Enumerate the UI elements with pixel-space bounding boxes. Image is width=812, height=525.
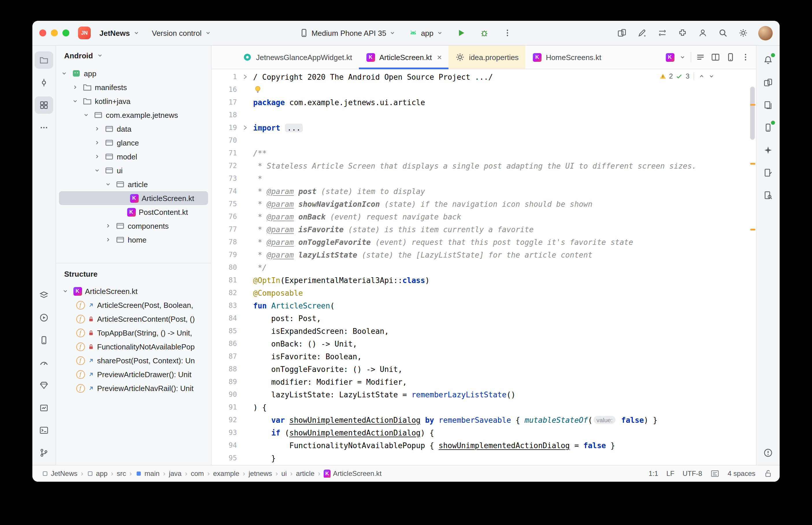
gemini-button[interactable] [759, 141, 777, 159]
commit-tool-button[interactable] [35, 74, 53, 91]
tree-chevron-icon[interactable] [61, 288, 70, 295]
tab-homescreens-kt[interactable]: KHomeScreens.kt [526, 46, 608, 69]
structure-item-articlescreencontent-post[interactable]: fArticleScreenContent(Post, () [56, 312, 211, 326]
tree-chevron-icon[interactable] [103, 222, 113, 229]
more-run-actions-button[interactable] [499, 25, 516, 41]
tree-item-kotlin-java[interactable]: kotlin+java [56, 94, 211, 108]
device-streaming-button[interactable] [759, 74, 777, 91]
breadcrumb-articlescreen-kt[interactable]: KArticleScreen.kt [324, 469, 381, 478]
close-button[interactable] [39, 29, 46, 36]
tree-item-data[interactable]: data [56, 122, 211, 136]
structure-item-topappbar-string-unit[interactable]: fTopAppBar(String, () -> Unit, [56, 326, 211, 340]
breadcrumb-ui[interactable]: ui [281, 469, 287, 478]
plugins-button[interactable] [674, 25, 691, 41]
device-mirroring-button[interactable] [613, 25, 631, 41]
run-button[interactable] [453, 25, 470, 41]
structure-item-previewarticledrawer-unit[interactable]: fPreviewArticleDrawer(): Unit [56, 367, 211, 381]
tree-item-glance[interactable]: glance [56, 136, 211, 150]
encoding-widget[interactable]: UTF-8 [682, 469, 702, 478]
breadcrumb-main[interactable]: main [135, 469, 160, 478]
code-with-me-button[interactable] [694, 25, 711, 41]
tree-chevron-icon[interactable] [60, 70, 69, 77]
device-manager-button[interactable] [35, 331, 53, 349]
fold-arrow-icon[interactable] [241, 73, 249, 80]
app-quality-insights-button[interactable] [35, 377, 53, 394]
tree-chevron-icon[interactable] [103, 236, 113, 243]
tree-item-postcontent-kt[interactable]: KPostContent.kt [56, 205, 211, 219]
tree-chevron-icon[interactable] [92, 139, 102, 146]
settings-sync-button[interactable] [654, 25, 671, 41]
app-inspection-button[interactable] [35, 399, 53, 416]
breadcrumb-article[interactable]: article [296, 469, 314, 478]
inspections-widget[interactable]: 2 3 [655, 71, 719, 81]
user-avatar[interactable] [758, 26, 773, 40]
editor-scrollbar[interactable] [749, 69, 756, 465]
structure-item-articlescreen-kt[interactable]: KArticleScreen.kt [56, 284, 211, 298]
tree-item-com-example-jetnews[interactable]: com.example.jetnews [56, 108, 211, 122]
device-preview-icon[interactable] [726, 52, 735, 62]
tree-chevron-icon[interactable] [71, 84, 80, 91]
tree-item-article[interactable]: article [56, 177, 211, 191]
next-problem-icon[interactable] [708, 73, 715, 80]
hidden-tabs-chevron-icon[interactable] [679, 54, 686, 61]
structure-item-previewarticlenavrail-unit[interactable]: fPreviewArticleNavRail(): Unit [56, 381, 211, 395]
project-tool-button[interactable] [35, 51, 53, 69]
tree-item-components[interactable]: components [56, 219, 211, 233]
breadcrumb-src[interactable]: src [117, 469, 126, 478]
version-control-button[interactable] [35, 444, 53, 462]
tree-chevron-icon[interactable] [103, 181, 113, 188]
code-editor[interactable]: 1/ Copyright 2020 The Android Open Sourc… [211, 69, 756, 465]
structure-item-sharepost-post-context-un[interactable]: fsharePost(Post, Context): Un [56, 354, 211, 367]
build-variants-button[interactable] [35, 286, 53, 304]
prev-problem-icon[interactable] [698, 73, 705, 80]
structure-item-functionalitynotavailablepop[interactable]: fFunctionalityNotAvailablePop [56, 340, 211, 354]
structure-tool-button[interactable] [35, 96, 53, 114]
device-explorer-button[interactable] [759, 96, 777, 114]
breadcrumb-java[interactable]: java [169, 469, 181, 478]
search-everywhere-button[interactable] [714, 25, 732, 41]
line-separator-widget[interactable]: LF [666, 469, 675, 478]
split-editor-icon[interactable] [711, 52, 720, 62]
project-view-header[interactable]: Android [56, 46, 211, 65]
intention-bulb-icon[interactable] [253, 85, 262, 94]
tab-idea-properties[interactable]: idea.properties [449, 46, 526, 69]
breadcrumb-jetnews[interactable]: JetNews [42, 469, 77, 478]
structure-item-articlescreen-post-boolean[interactable]: fArticleScreen(Post, Boolean, [56, 298, 211, 312]
run-tool-button[interactable] [35, 309, 53, 326]
close-tab-icon[interactable]: × [437, 52, 442, 62]
settings-button[interactable] [735, 25, 752, 41]
running-devices-button[interactable] [759, 119, 777, 136]
tree-item-manifests[interactable]: manifests [56, 80, 211, 94]
ai-assistant-button[interactable] [633, 25, 651, 41]
terminal-button[interactable] [35, 422, 53, 439]
project-selector[interactable]: JetNews [96, 27, 143, 39]
tree-chevron-icon[interactable] [71, 97, 80, 105]
editor-list-icon[interactable] [696, 52, 705, 62]
tree-chevron-icon[interactable] [92, 125, 102, 132]
ai-edits-button[interactable] [759, 164, 777, 181]
profiler-button[interactable] [35, 354, 53, 371]
cursor-position[interactable]: 1:1 [649, 469, 658, 478]
tree-chevron-icon[interactable] [92, 167, 102, 174]
minimize-button[interactable] [51, 29, 58, 36]
find-tool-button[interactable] [759, 186, 777, 204]
breadcrumb-app[interactable]: app [87, 469, 107, 478]
file-lock-icon[interactable] [764, 469, 773, 478]
vcs-widget[interactable]: Version control [149, 27, 215, 39]
tab-jetnewsglanceappwidget-kt[interactable]: JetnewsGlanceAppWidget.kt [236, 46, 359, 69]
breadcrumb-jetnews[interactable]: jetnews [249, 469, 272, 478]
indent-widget[interactable]: 4 spaces [728, 469, 755, 478]
debug-button[interactable] [476, 25, 493, 41]
editor-more-icon[interactable] [741, 52, 750, 62]
more-tool-windows-button[interactable] [35, 119, 53, 136]
device-selector[interactable]: Medium Phone API 35 [296, 27, 400, 39]
run-configuration[interactable]: app [405, 27, 447, 39]
breadcrumb-example[interactable]: example [213, 469, 239, 478]
indent-icon[interactable] [710, 469, 720, 478]
tree-item-app[interactable]: app [56, 66, 211, 80]
tree-chevron-icon[interactable] [82, 111, 91, 118]
tab-articlescreen-kt[interactable]: KArticleScreen.kt× [359, 46, 448, 69]
tree-item-ui[interactable]: ui [56, 163, 211, 177]
tree-item-articlescreen-kt[interactable]: KArticleScreen.kt [59, 191, 208, 205]
problems-button[interactable] [759, 444, 777, 462]
